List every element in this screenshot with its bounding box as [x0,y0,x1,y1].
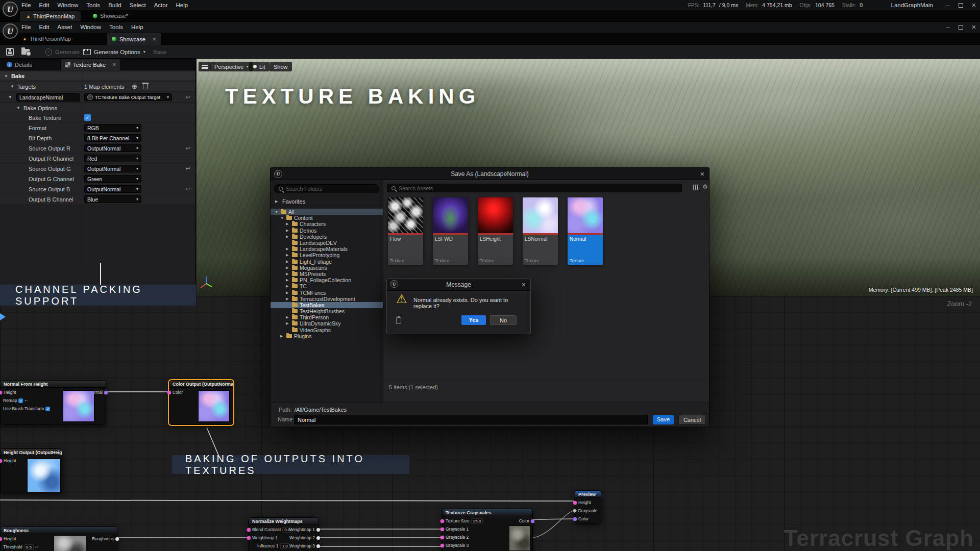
tab-thirdpersonmap-main[interactable]: ▲ ThirdPersonMap [19,11,81,21]
folder-terracrustdevelopment[interactable]: ▶TerracrustDevelopment [271,296,383,302]
generate-options-button[interactable]: Generate Options ▾ [83,45,145,59]
checkbox[interactable]: ✓ [84,114,91,121]
expander-icon[interactable]: ▶ [286,260,290,264]
node-preview[interactable]: PreviewHeightGrayscaleColor [575,490,601,523]
node-row-weightmap-3[interactable]: Weightmap 3 [287,542,318,550]
expander-icon[interactable]: ▼ [275,210,279,214]
node-row-weightmap-2[interactable]: Weightmap 2 [287,534,318,542]
node-row-grayscale-3[interactable]: Grayscale 3 [443,541,485,549]
folder-testheightbrushes[interactable]: TestHeightBrushes [271,308,383,314]
asset-normal[interactable]: NormalTexture [568,197,603,265]
dialog-titlebar[interactable]: U Message × [387,279,530,291]
folder-characters[interactable]: ▶Characters [271,221,383,227]
node-row-height[interactable]: Height [1,535,41,543]
copy-to-clipboard-icon[interactable] [396,317,401,324]
node-row-color[interactable]: Color [517,517,532,525]
expander-icon[interactable]: ▶ [286,291,290,295]
menu-tools[interactable]: Tools [109,24,123,30]
no-button[interactable]: No [490,315,517,325]
node-row-height[interactable]: Height [1,457,19,465]
node-row-color[interactable]: Color [575,515,600,523]
yes-button[interactable]: Yes [461,315,486,325]
menu-help[interactable]: Help [131,24,143,30]
delete-elements-icon[interactable] [143,84,148,89]
expander-icon[interactable]: ▶ [286,297,290,301]
magenta-pin-icon[interactable] [440,536,444,539]
menu-file[interactable]: File [21,24,31,30]
expander-icon[interactable]: ▶ [286,229,290,233]
minimize-button[interactable]: – [946,23,950,31]
magenta-pin-icon[interactable] [0,391,2,394]
expander-icon[interactable]: ▶ [286,266,290,270]
menu-edit[interactable]: Edit [39,2,50,8]
dropdown[interactable]: 8 Bit Per Channel▾ [84,134,141,142]
dropdown[interactable]: OutputNormal▾ [84,144,141,152]
checkbox[interactable]: ✓ [18,398,23,403]
folder-ultradynamicsky[interactable]: ▶UltraDynamicSky [271,320,383,327]
settings-gear-icon[interactable]: ⚙ [702,183,708,190]
save-button[interactable] [6,45,14,59]
white-pin-icon[interactable] [316,536,320,540]
folder-developers[interactable]: ▶Developers [271,234,383,240]
expander-icon[interactable]: ▶ [286,272,290,276]
tab-texture-bake[interactable]: Texture Bake × [60,59,121,70]
node-roughness[interactable]: RoughnessHeightThreshold0.5↩Roughness [0,527,117,551]
node-normal-from-height[interactable]: Normal From HeightHeightRemap✓↩Use Brush… [0,380,106,425]
reset-arrow-icon[interactable]: ↩ [35,545,39,549]
close-icon[interactable]: × [700,168,704,180]
browse-to-asset-button[interactable] [21,45,30,59]
folder-landscapematerials[interactable]: ▶LandscapeMaterials [271,246,383,252]
purple-pin-icon[interactable] [104,391,108,394]
tab-close-icon[interactable]: × [153,36,156,43]
dropdown[interactable]: Red▾ [84,155,141,162]
node-normalize-weightmaps[interactable]: Normalize WeightmapsBlend Contrast0.0Wei… [249,517,318,551]
asset-lsfwd[interactable]: LSFWDTexture [433,197,468,265]
expander-icon[interactable]: ▶ [286,235,290,239]
reset-arrow-icon[interactable]: ↩ [24,398,28,403]
menu-select[interactable]: Select [130,2,146,8]
magenta-pin-icon[interactable] [440,528,444,531]
folder-demos[interactable]: ▶Demos [271,228,383,234]
close-icon[interactable]: × [522,279,526,291]
asset-lsheight[interactable]: LSHeightTexture [478,197,513,265]
dropdown[interactable]: OutputNormal▾ [84,185,141,193]
checkbox[interactable]: ✓ [45,407,50,411]
folder-light_foliage[interactable]: ▶Light_Foliage [271,259,383,265]
target-type-dropdown[interactable]: TCTexture Bake Output Target ▾ [84,93,172,101]
tab-showcase-editor[interactable]: Showcase × [106,33,162,45]
reset-arrow-icon[interactable]: ↩ [186,145,190,152]
expander-icon[interactable]: ▶ [286,247,290,251]
purple-pin-icon[interactable] [573,517,577,521]
magenta-pin-icon[interactable] [573,501,577,505]
tab-close-icon[interactable]: × [112,61,116,68]
restore-button[interactable] [959,3,963,8]
node-row-texture-size[interactable]: Texture Size25.0 [443,517,485,525]
bake-button[interactable]: Bake [153,45,166,59]
expander-icon[interactable]: ▶ [286,278,290,282]
bake-options-row[interactable]: ▼ Bake Options [0,103,195,113]
close-button[interactable]: × [972,23,976,31]
white-pin-icon[interactable] [316,528,320,532]
expander-icon[interactable]: ▶ [280,334,284,338]
asset-lsnormal[interactable]: LSNormalTexture [523,197,558,265]
cancel-button[interactable]: Cancel [678,415,706,424]
node-row-weightmap-1[interactable]: Weightmap 1 [287,525,318,534]
dropdown[interactable]: OutputNormal▾ [84,165,141,172]
node-row-grayscale[interactable]: Grayscale [575,507,600,515]
tab-thirdpersonmap-editor[interactable]: ▲ ThirdPersonMap [22,33,71,44]
menu-actor[interactable]: Actor [154,2,168,8]
node-row-height[interactable]: Height [1,388,53,396]
bake-section-header[interactable]: ▼ Bake [0,71,195,81]
folder-thirdperson[interactable]: ▶ThirdPerson [271,314,383,320]
node-row-grayscale-2[interactable]: Grayscale 2 [443,533,485,541]
node-color-output[interactable]: Color Output (OutputNormal)Color [169,380,233,425]
search-assets-input[interactable]: Search Assets [387,184,682,192]
expander-icon[interactable]: ▶ [286,315,290,319]
save-button[interactable]: Save [653,415,674,424]
search-folders-input[interactable]: Search Folders [274,184,379,193]
menu-tools[interactable]: Tools [86,2,100,8]
magenta-pin-icon[interactable] [440,519,444,523]
dialog-titlebar[interactable]: U Save As (LandscapeNormal) × [271,168,709,180]
magenta-pin-icon[interactable] [0,537,2,541]
node-row-height[interactable]: Height [575,498,600,507]
